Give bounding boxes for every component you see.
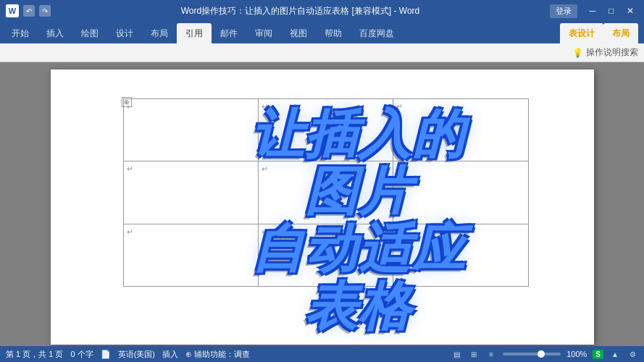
page-count: 第 1 页，共 1 页	[6, 349, 63, 360]
table-row: ↵ ↵ ↵	[123, 161, 528, 224]
title-bar-right: 登录 ─ □ ✕	[550, 4, 638, 18]
close-button[interactable]: ✕	[622, 5, 638, 17]
window-title: Word操作技巧：让插入的图片自动适应表格 [兼容模式] - Word	[181, 5, 420, 17]
zoom-slider[interactable]	[503, 353, 561, 355]
tab-insert[interactable]: 插入	[38, 23, 72, 43]
table-cell: ↵	[258, 161, 393, 224]
ribbon-content: 💡 操作说明搜索	[0, 43, 644, 62]
title-bar: W ↶ ↷ Word操作技巧：让插入的图片自动适应表格 [兼容模式] - Wor…	[0, 0, 644, 22]
table-cell: ↵	[393, 224, 528, 286]
tab-review[interactable]: 审阅	[246, 23, 281, 43]
tab-baidu[interactable]: 百度网盘	[351, 23, 403, 43]
minimize-button[interactable]: ─	[585, 5, 601, 17]
print-view-button[interactable]: ▤	[451, 348, 462, 360]
title-bar-left: W ↶ ↷	[6, 4, 51, 17]
tab-help[interactable]: 帮助	[316, 23, 351, 43]
undo-button[interactable]: ↶	[23, 5, 35, 17]
accessibility-status[interactable]: ⊕ 辅助功能：调查	[185, 349, 250, 360]
tab-design[interactable]: 设计	[107, 23, 142, 43]
table-cell: ↵	[123, 99, 258, 161]
language-indicator[interactable]: 英语(美国)	[118, 349, 155, 360]
table-cell: ↵	[393, 161, 528, 224]
restore-button[interactable]: □	[603, 5, 619, 17]
table-cell: ↵	[123, 161, 258, 224]
status-right: ▤ ⊞ ≡ 100% S ▲ ⚙	[451, 348, 638, 360]
tab-home[interactable]: 开始	[3, 23, 38, 43]
ribbon: 开始 插入 绘图 设计 布局 引用 邮件 审阅 视图 帮助 百度网盘	[0, 22, 644, 62]
web-view-button[interactable]: ⊞	[468, 348, 480, 360]
char-count: 0 个字	[70, 349, 93, 360]
word-app-icon: W	[6, 4, 19, 17]
ribbon-tabs: 开始 插入 绘图 设计 布局 引用 邮件 审阅 视图 帮助 百度网盘	[0, 22, 644, 43]
zoom-level[interactable]: 100%	[566, 350, 587, 358]
status-bar: 第 1 页，共 1 页 0 个字 📄 英语(美国) 插入 ⊕ 辅助功能：调查 ▤…	[0, 346, 644, 362]
tab-view[interactable]: 视图	[281, 23, 316, 43]
table-cell: ↵	[123, 224, 258, 286]
tab-mailings[interactable]: 邮件	[212, 23, 246, 43]
document-page: ⊕ ↵ ↵ ↵ ↵ ↵ ↵ ↵ ↵ ↵ 让插入的 图片 自动适应 表格	[51, 70, 594, 345]
s5-logo[interactable]: S	[593, 350, 603, 359]
table-cell: ↵	[258, 99, 393, 161]
tab-draw[interactable]: 绘图	[72, 23, 107, 43]
table-row: ↵ ↵ ↵	[123, 99, 528, 161]
table-cell: ↵	[393, 99, 528, 161]
tab-layout[interactable]: 布局	[142, 23, 177, 43]
tab-table-design[interactable]: 表设计	[560, 23, 603, 43]
table-cell: ↵	[258, 224, 393, 286]
insert-mode[interactable]: 插入	[162, 349, 178, 360]
doc-icon: 📄	[101, 350, 111, 359]
tab-references[interactable]: 引用	[177, 23, 212, 43]
redo-button[interactable]: ↷	[39, 5, 51, 17]
document-area: ⊕ ↵ ↵ ↵ ↵ ↵ ↵ ↵ ↵ ↵ 让插入的 图片 自动适应 表格	[0, 62, 644, 346]
expand-button[interactable]: ▲	[609, 348, 621, 360]
read-view-button[interactable]: ≡	[485, 348, 497, 360]
settings-button[interactable]: ⚙	[627, 348, 638, 360]
document-table: ↵ ↵ ↵ ↵ ↵ ↵ ↵ ↵ ↵	[123, 98, 529, 287]
table-row: ↵ ↵ ↵	[123, 224, 528, 286]
login-button[interactable]: 登录	[550, 4, 577, 18]
zoom-thumb[interactable]	[538, 350, 545, 358]
tab-table-layout[interactable]: 布局	[603, 23, 638, 43]
help-search[interactable]: 💡 操作说明搜索	[572, 46, 638, 59]
